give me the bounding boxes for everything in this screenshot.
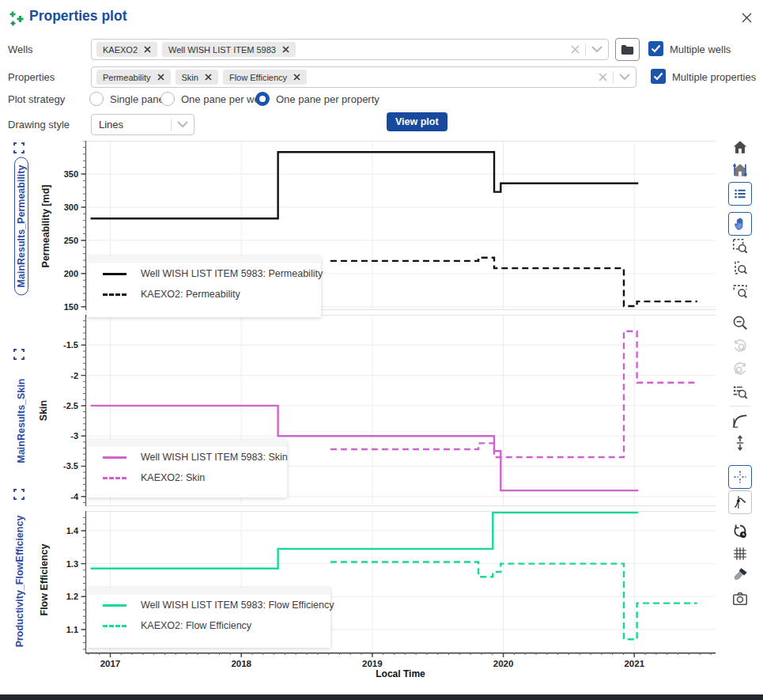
zoom-window-icon[interactable] — [731, 237, 749, 255]
grid-icon[interactable] — [731, 545, 749, 562]
multiple-properties-label: Multiple properties — [672, 71, 756, 83]
curve-tracker-icon[interactable] — [728, 490, 752, 514]
divider — [613, 71, 614, 84]
divider — [729, 406, 751, 407]
legend-flow-efficiency: Well WISH LIST ITEM 5983: Flow Efficienc… — [87, 588, 331, 648]
crosshair-icon[interactable] — [728, 465, 752, 489]
svg-text:2017: 2017 — [100, 659, 121, 668]
radio-one-pane-per-well[interactable] — [161, 92, 175, 106]
svg-text:-3: -3 — [70, 431, 78, 441]
expand-pane-icon[interactable] — [13, 349, 25, 360]
x-axis-title: Local Time — [85, 668, 716, 679]
remove-chip-icon — [282, 46, 289, 53]
legend-item: Well WISH LIST ITEM 5983: Permeability — [87, 263, 321, 284]
window-bottom-edge — [0, 694, 763, 700]
remove-chip-icon — [144, 46, 151, 53]
svg-text:-2: -2 — [70, 371, 78, 380]
properties-input[interactable]: Permeability Skin Flow Efficiency — [91, 66, 636, 88]
property-chip[interactable]: Permeability — [96, 70, 171, 85]
radio-one-pane-per-property[interactable] — [255, 92, 270, 106]
expand-pane-icon[interactable] — [13, 489, 25, 500]
time-refresh-icon[interactable] — [731, 523, 749, 540]
wells-input[interactable]: KAEXO2 Well WISH LIST ITEM 5983 — [91, 39, 609, 60]
legend-skin: Well WISH LIST ITEM 5983: Skin KAEXO2: S… — [87, 440, 287, 498]
divider — [171, 119, 172, 131]
legend-permeability: Well WISH LIST ITEM 5983: Permeability K… — [87, 256, 321, 317]
reset-axes-home-icon[interactable] — [731, 161, 749, 179]
svg-text:1.2: 1.2 — [66, 592, 78, 601]
svg-text:350: 350 — [64, 169, 78, 179]
radio-one-pane-per-property-label: One pane per property — [276, 93, 380, 105]
expand-pane-icon[interactable] — [13, 142, 25, 153]
line-sample-solid — [103, 456, 127, 459]
brush-icon[interactable] — [731, 566, 749, 584]
legend-item: KAEXO2: Flow Efficiency — [87, 615, 331, 636]
svg-text:2020: 2020 — [493, 659, 514, 668]
close-icon[interactable] — [738, 9, 754, 25]
property-chip[interactable]: Flow Efficiency — [223, 70, 307, 85]
radio-one-pane-per-well-label: One pane per well — [181, 93, 265, 105]
line-sample-dashed — [103, 477, 127, 479]
zoom-x-icon[interactable] — [731, 282, 749, 300]
radio-single-pane[interactable] — [89, 92, 104, 106]
drawing-style-select[interactable]: Lines — [91, 114, 195, 135]
svg-text:1.3: 1.3 — [66, 559, 78, 569]
svg-text:2021: 2021 — [624, 659, 644, 668]
sparkle-plot-icon — [8, 9, 25, 27]
chevron-down-icon[interactable] — [591, 40, 602, 59]
autoscale-curve-icon[interactable] — [731, 412, 749, 429]
home-icon[interactable] — [731, 138, 749, 156]
clear-icon[interactable] — [571, 40, 580, 59]
zoom-y-icon[interactable] — [731, 259, 749, 277]
svg-text:150: 150 — [64, 302, 78, 310]
line-sample-solid — [103, 273, 127, 275]
properties-plot-dialog: Properties plot Wells KAEXO2 Well WISH L… — [0, 0, 763, 700]
snapshot-camera-icon[interactable] — [731, 590, 749, 607]
legend-header — [87, 256, 321, 263]
svg-text:1.1: 1.1 — [66, 625, 78, 634]
zoom-extents-list-icon[interactable] — [731, 383, 749, 400]
radio-single-pane-label: Single pane — [110, 93, 164, 105]
legend-item: KAEXO2: Permeability — [87, 284, 321, 305]
pan-icon[interactable] — [728, 212, 752, 236]
legend-item: KAEXO2: Skin — [87, 467, 287, 488]
multiple-properties-checkbox[interactable] — [651, 69, 666, 84]
view-plot-button[interactable]: View plot — [387, 112, 448, 131]
svg-text:2019: 2019 — [362, 659, 383, 668]
property-chip[interactable]: Skin — [176, 70, 218, 85]
wells-label: Wells — [8, 44, 33, 55]
svg-text:1.4: 1.4 — [66, 526, 79, 535]
svg-text:-2.5: -2.5 — [63, 401, 78, 411]
toggle-legend-icon[interactable] — [728, 182, 752, 206]
plot-strategy-label: Plot strategy — [8, 93, 65, 105]
browse-wells-button[interactable] — [615, 38, 640, 61]
folder-icon — [621, 44, 634, 55]
clear-icon[interactable] — [599, 67, 607, 87]
chevron-down-icon — [177, 115, 188, 134]
svg-text:-3.5: -3.5 — [63, 461, 78, 471]
svg-text:250: 250 — [64, 236, 78, 245]
legend-item: Well WISH LIST ITEM 5983: Flow Efficienc… — [87, 595, 331, 615]
remove-chip-icon — [157, 74, 164, 81]
fit-height-icon[interactable] — [731, 434, 749, 452]
redo-zoom-icon — [731, 360, 749, 377]
legend-header — [87, 588, 331, 595]
svg-text:200: 200 — [64, 269, 78, 278]
pane-name-flow-efficiency[interactable]: Productivity_FlowEfficiency — [14, 516, 25, 648]
remove-chip-icon — [205, 74, 212, 81]
check-icon — [653, 72, 663, 81]
well-chip[interactable]: KAEXO2 — [96, 42, 157, 57]
well-chip[interactable]: Well WISH LIST ITEM 5983 — [162, 42, 296, 57]
check-icon — [651, 44, 661, 53]
svg-text:-4: -4 — [70, 492, 79, 501]
pane-name-permeability[interactable]: MainResults_Permeability — [14, 157, 28, 296]
multiple-wells-checkbox[interactable] — [648, 41, 663, 56]
line-sample-dashed — [103, 625, 127, 627]
divider — [585, 44, 586, 56]
svg-text:-1.5: -1.5 — [63, 340, 78, 350]
zoom-out-icon[interactable] — [731, 314, 749, 331]
chevron-down-icon[interactable] — [619, 67, 630, 87]
pane-name-skin[interactable]: MainResults_Skin — [16, 379, 27, 464]
legend-item: Well WISH LIST ITEM 5983: Skin — [87, 447, 287, 467]
drawing-style-label: Drawing style — [8, 119, 70, 131]
